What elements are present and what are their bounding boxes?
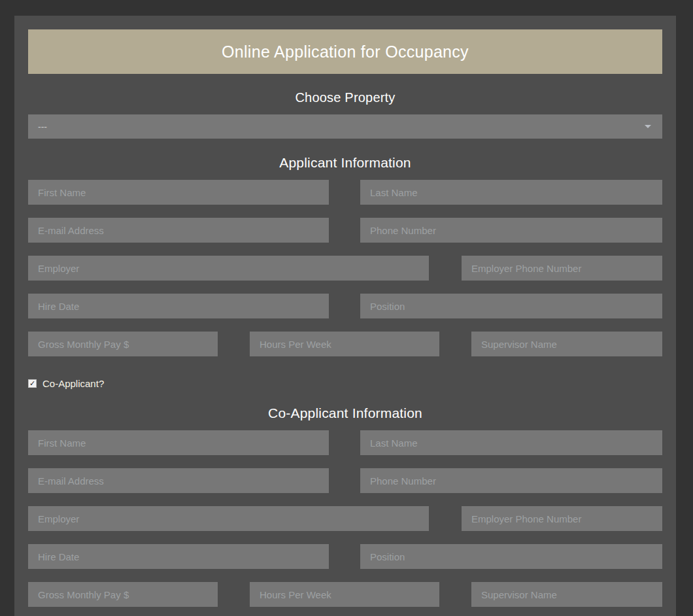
applicant-position-input[interactable] xyxy=(360,294,662,318)
co-applicant-row-name xyxy=(28,430,662,455)
application-panel: Online Application for Occupancy Choose … xyxy=(14,16,676,616)
applicant-row-name xyxy=(28,180,662,205)
co-applicant-row-contact xyxy=(28,468,662,493)
co-applicant-employer-input[interactable] xyxy=(28,506,429,531)
property-select-wrap: --- xyxy=(28,114,662,139)
co-applicant-last-name-input[interactable] xyxy=(360,430,662,455)
co-applicant-gross-pay-input[interactable] xyxy=(28,582,218,607)
applicant-gross-pay-input[interactable] xyxy=(28,332,218,356)
co-applicant-row-employer xyxy=(28,506,662,531)
form-header-banner: Online Application for Occupancy xyxy=(28,29,662,74)
co-applicant-first-name-input[interactable] xyxy=(28,430,329,455)
choose-property-heading: Choose Property xyxy=(28,90,662,105)
co-applicant-checkbox[interactable]: ✓ xyxy=(28,379,37,388)
applicant-hours-input[interactable] xyxy=(250,332,439,356)
co-applicant-heading: Co-Applicant Information xyxy=(28,405,662,421)
co-applicant-phone-input[interactable] xyxy=(360,468,662,493)
applicant-row-contact xyxy=(28,218,662,243)
co-applicant-row-pay xyxy=(28,582,662,607)
co-applicant-section xyxy=(28,430,662,607)
co-applicant-supervisor-input[interactable] xyxy=(471,582,662,607)
applicant-hire-date-input[interactable] xyxy=(28,294,329,318)
co-applicant-toggle[interactable]: ✓ Co-Applicant? xyxy=(28,378,662,389)
check-icon: ✓ xyxy=(29,380,35,387)
applicant-row-job xyxy=(28,294,662,318)
form-title: Online Application for Occupancy xyxy=(222,43,469,61)
applicant-supervisor-input[interactable] xyxy=(471,332,662,356)
co-applicant-hours-input[interactable] xyxy=(250,582,439,607)
co-applicant-toggle-label: Co-Applicant? xyxy=(42,378,104,389)
applicant-email-input[interactable] xyxy=(28,218,329,243)
co-applicant-email-input[interactable] xyxy=(28,468,329,493)
applicant-heading: Applicant Information xyxy=(28,155,662,171)
co-applicant-position-input[interactable] xyxy=(360,544,662,569)
co-applicant-row-job xyxy=(28,544,662,569)
property-select[interactable]: --- xyxy=(28,114,662,139)
applicant-row-employer xyxy=(28,256,662,281)
applicant-employer-phone-input[interactable] xyxy=(462,256,662,281)
applicant-first-name-input[interactable] xyxy=(28,180,329,205)
applicant-row-pay xyxy=(28,332,662,356)
co-applicant-hire-date-input[interactable] xyxy=(28,544,329,569)
applicant-employer-input[interactable] xyxy=(28,256,429,281)
applicant-phone-input[interactable] xyxy=(360,218,662,243)
applicant-section xyxy=(28,180,662,356)
co-applicant-employer-phone-input[interactable] xyxy=(462,506,662,531)
applicant-last-name-input[interactable] xyxy=(360,180,662,205)
